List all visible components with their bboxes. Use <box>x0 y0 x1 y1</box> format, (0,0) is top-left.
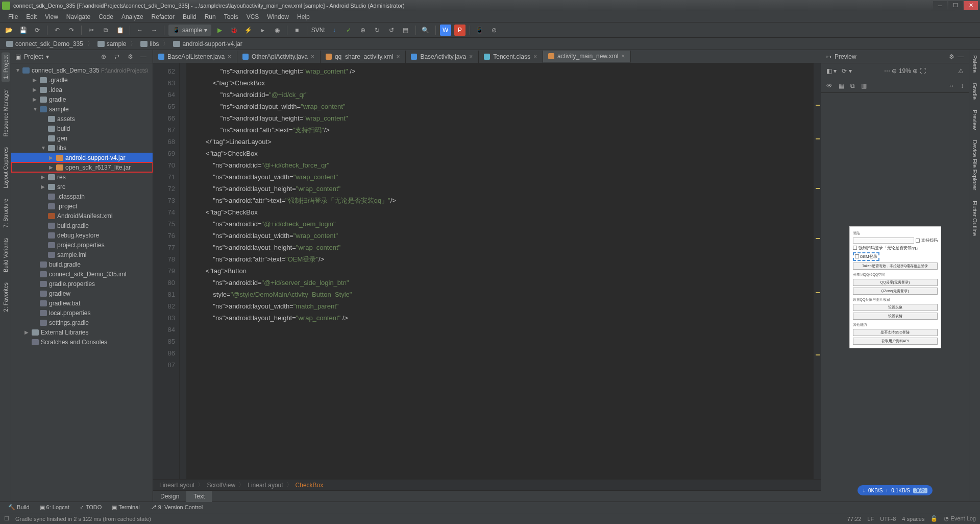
bottom-tab[interactable]: ⎇ 9: Version Control <box>146 504 207 511</box>
menu-file[interactable]: File <box>4 13 22 20</box>
close-tab-icon[interactable]: × <box>396 53 400 60</box>
preview-canvas[interactable]: 登陆 支持扫码 强制扫码登录「无论是否安装qq」 OEM登录 Token是否有效… <box>821 93 969 481</box>
menu-navigate[interactable]: Navigate <box>62 13 94 20</box>
eye-icon[interactable]: 👁 <box>826 82 832 89</box>
breadcrumb-item[interactable]: connect_sdk_Demo_335 <box>4 40 85 47</box>
mode-tab-design[interactable]: Design <box>153 491 186 502</box>
undo-icon[interactable]: ↶ <box>52 25 63 36</box>
paste-icon[interactable]: 📋 <box>114 25 126 36</box>
event-log[interactable]: ◔ Event Log <box>944 515 976 522</box>
tree-row[interactable]: build.gradle <box>11 259 153 269</box>
debug-icon[interactable]: 🐞 <box>229 25 240 36</box>
svn-diff-icon[interactable]: ↺ <box>386 25 397 36</box>
left-tab[interactable]: Layout Captures <box>2 144 10 192</box>
project-panel-title[interactable]: Project <box>24 53 43 60</box>
tree-row[interactable]: gradlew <box>11 289 153 298</box>
tree-row[interactable]: ▶gradle <box>11 94 153 104</box>
breadcrumb-item[interactable]: sample <box>95 40 129 47</box>
tool2-icon[interactable]: P <box>454 25 465 36</box>
tree-row[interactable]: ▼libs <box>11 143 153 153</box>
left-tab[interactable]: Build Variants <box>2 235 10 275</box>
hide-icon[interactable]: — <box>958 53 964 60</box>
dropdown-icon[interactable]: ▾ <box>46 53 49 60</box>
indent[interactable]: 4 spaces <box>902 516 924 522</box>
tree-row[interactable]: assets <box>11 114 153 124</box>
tree-row[interactable]: gradle.properties <box>11 279 153 289</box>
editor-body[interactable]: 6263646566676869707172737475767778798081… <box>153 63 821 479</box>
bottom-tab[interactable]: ▣ 6: Logcat <box>36 504 74 511</box>
surface-icon[interactable]: ◧ ▾ <box>826 67 837 75</box>
locate-icon[interactable]: ⊕ <box>99 53 109 60</box>
module-selector[interactable]: 📱 sample ▾ <box>168 25 211 36</box>
close-tab-icon[interactable]: × <box>469 53 473 60</box>
menu-run[interactable]: Run <box>201 13 220 20</box>
sync-icon[interactable]: ⟳ <box>32 25 43 36</box>
tree-row[interactable]: debug.keystore <box>11 230 153 240</box>
code-content[interactable]: "ns">android:layout_height="wrap_content… <box>187 63 814 479</box>
profile-icon[interactable]: ⚡ <box>243 25 254 36</box>
search-icon[interactable]: 🔍 <box>420 25 431 36</box>
svn-history-icon[interactable]: ⊕ <box>357 25 369 36</box>
tree-row[interactable]: ▼sample <box>11 104 153 114</box>
encoding[interactable]: UTF-8 <box>880 516 896 522</box>
mode-tab-text[interactable]: Text <box>186 491 212 502</box>
menu-view[interactable]: View <box>41 13 62 20</box>
menu-window[interactable]: Window <box>263 13 293 20</box>
menu-tools[interactable]: Tools <box>220 13 242 20</box>
right-tab[interactable]: Device File Explorer <box>971 137 979 193</box>
tool1-icon[interactable]: W <box>440 25 451 36</box>
tree-row[interactable]: sample.iml <box>11 250 153 259</box>
svn-commit-icon[interactable]: ✓ <box>343 25 354 36</box>
bottom-tab[interactable]: 🔨 Build <box>4 504 34 511</box>
breadcrumb-item[interactable]: android-support-v4.jar <box>171 40 244 47</box>
tree-row[interactable]: connect_sdk_Demo_335.iml <box>11 269 153 279</box>
maximize-button[interactable]: ☐ <box>948 1 963 10</box>
menu-vcs[interactable]: VCS <box>242 13 263 20</box>
orientation-icon[interactable]: ⟳ ▾ <box>842 67 851 75</box>
warning-icon[interactable]: ⚠ <box>958 67 964 75</box>
editor-tab[interactable]: OtherApiActivity.java× <box>237 51 321 63</box>
editor-tab[interactable]: BaseApiListener.java× <box>153 51 237 63</box>
guides-icon[interactable]: ▥ <box>861 82 867 89</box>
lock-icon[interactable]: 🔓 <box>930 515 938 522</box>
left-tab[interactable]: Resource Manager <box>2 86 10 140</box>
cut-icon[interactable]: ✂ <box>86 25 97 36</box>
menu-edit[interactable]: Edit <box>22 13 41 20</box>
editor-crumb-item[interactable]: ScrollView <box>207 482 235 489</box>
menu-analyze[interactable]: Analyze <box>117 13 148 20</box>
close-button[interactable]: ✕ <box>964 1 978 10</box>
tree-row[interactable]: ▶.gradle <box>11 75 153 85</box>
menu-help[interactable]: Help <box>293 13 314 20</box>
left-tab[interactable]: 2: Favorites <box>2 279 10 315</box>
expand-icon[interactable]: ⇄ <box>112 53 122 60</box>
close-tab-icon[interactable]: × <box>621 53 625 60</box>
back-icon[interactable]: ← <box>134 25 145 36</box>
tree-row[interactable]: ▶open_sdk_r6137_lite.jar <box>11 162 153 172</box>
redo-icon[interactable]: ↷ <box>66 25 77 36</box>
editor-tab[interactable]: Tencent.class× <box>479 51 543 63</box>
tree-row[interactable]: build.gradle <box>11 221 153 230</box>
tree-row[interactable]: .classpath <box>11 192 153 201</box>
caret-position[interactable]: 77:22 <box>847 516 862 522</box>
right-tab[interactable]: Palette <box>971 52 979 76</box>
bottom-tab[interactable]: ✓ TODO <box>76 504 106 511</box>
svn-rollback-icon[interactable]: ↻ <box>372 25 383 36</box>
tree-row[interactable]: gradlew.bat <box>11 298 153 308</box>
blueprint-icon[interactable]: ▦ <box>839 82 844 89</box>
coverage-icon[interactable]: ◉ <box>272 25 283 36</box>
menu-build[interactable]: Build <box>179 13 201 20</box>
editor-tab[interactable]: activity_main_new.xml× <box>543 51 631 63</box>
tree-row[interactable]: project.properties <box>11 240 153 250</box>
avd-icon[interactable]: 📱 <box>474 25 485 36</box>
sdk-icon[interactable]: ⊘ <box>488 25 500 36</box>
editor-tab[interactable]: qq_share_activity.xml× <box>321 51 406 63</box>
svn-update-icon[interactable]: ↓ <box>329 25 340 36</box>
menu-refactor[interactable]: Refactor <box>148 13 179 20</box>
stop-icon[interactable]: ■ <box>291 25 303 36</box>
close-tab-icon[interactable]: × <box>228 53 232 60</box>
editor-crumb-item[interactable]: CheckBox <box>296 482 324 489</box>
status-icon[interactable]: ☐ <box>4 515 9 522</box>
left-tab[interactable]: 7: Structure <box>2 196 10 231</box>
tree-row[interactable]: ▶src <box>11 182 153 192</box>
left-tab[interactable]: 1: Project <box>2 52 10 82</box>
